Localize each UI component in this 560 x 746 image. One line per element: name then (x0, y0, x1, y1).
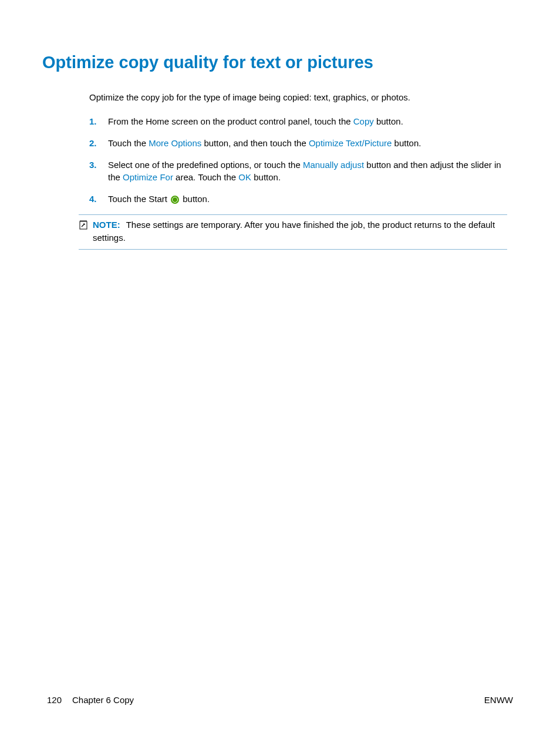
step-number: 3. (89, 159, 108, 183)
ui-term: More Options (149, 138, 201, 148)
step-item: 4.Touch the Start button. (89, 193, 513, 205)
note-label: NOTE: (93, 220, 120, 230)
intro-text: Optimize the copy job for the type of im… (89, 91, 513, 103)
ui-term: OK (238, 172, 251, 182)
ui-term: Copy (353, 116, 374, 126)
step-text: Select one of the predefined options, or… (108, 159, 513, 183)
step-item: 1.From the Home screen on the product co… (89, 115, 513, 127)
note-icon (79, 219, 92, 244)
ui-term: Optimize For (123, 172, 173, 182)
chapter-label: Chapter 6 Copy (72, 695, 134, 705)
note-block: NOTE:These settings are temporary. After… (79, 214, 507, 250)
step-text: From the Home screen on the product cont… (108, 115, 513, 127)
step-number: 4. (89, 193, 108, 205)
step-item: 3.Select one of the predefined options, … (89, 159, 513, 183)
note-text: These settings are temporary. After you … (93, 220, 495, 243)
ui-term: Optimize Text/Picture (309, 138, 392, 148)
note-content: NOTE:These settings are temporary. After… (93, 219, 507, 244)
step-number: 2. (89, 137, 108, 149)
step-text: Touch the More Options button, and then … (108, 137, 513, 149)
page-number: 120 (47, 695, 62, 705)
step-text: Touch the Start button. (108, 193, 513, 205)
page-footer: 120 Chapter 6 Copy ENWW (47, 695, 513, 705)
step-list: 1.From the Home screen on the product co… (89, 115, 513, 205)
footer-right: ENWW (484, 695, 513, 705)
start-icon (171, 196, 179, 204)
step-item: 2.Touch the More Options button, and the… (89, 137, 513, 149)
step-number: 1. (89, 115, 108, 127)
ui-term: Manually adjust (303, 160, 364, 170)
page-title: Optimize copy quality for text or pictur… (42, 53, 513, 72)
footer-left: 120 Chapter 6 Copy (47, 695, 134, 705)
